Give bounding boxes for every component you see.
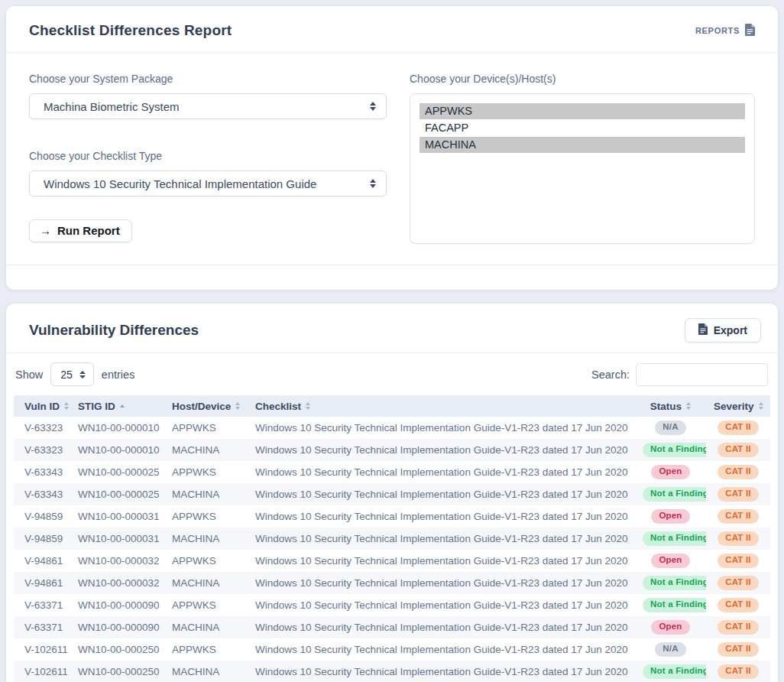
host-cell: APPWKS [164, 550, 248, 572]
table-row: V-63343WN10-00-000025APPWKSWindows 10 Se… [14, 461, 770, 483]
results-card: Vulnerability Differences Export Show 25… [6, 304, 778, 682]
status-badge: Not a Finding [643, 576, 706, 590]
reports-file-icon [745, 24, 755, 37]
severity-cell: CAT II [706, 483, 770, 505]
status-cell: Not a Finding [635, 528, 706, 550]
status-cell: N/A [635, 638, 706, 661]
page-length-control: Show 25 entries [15, 362, 134, 386]
arrow-right-icon: → [40, 224, 51, 237]
status-badge: Not a Finding [643, 531, 706, 546]
status-cell: Open [635, 505, 706, 528]
results-title: Vulnerability Differences [29, 322, 199, 339]
table-row: V-63323WN10-00-000010APPWKSWindows 10 Se… [14, 417, 770, 439]
checklist-cell: Windows 10 Security Technical Implementa… [248, 594, 635, 616]
severity-cell: CAT II [706, 417, 770, 439]
status-cell: Open [635, 550, 706, 572]
severity-badge: CAT II [718, 664, 759, 679]
column-header-severity[interactable]: Severity [706, 395, 770, 417]
column-label: Vuln ID [24, 401, 60, 412]
search-label: Search: [591, 369, 630, 381]
severity-badge: CAT II [718, 531, 759, 546]
severity-badge: CAT II [718, 421, 759, 435]
severity-badge: CAT II [718, 487, 759, 502]
severity-badge: CAT II [718, 642, 759, 657]
severity-badge: CAT II [718, 554, 759, 568]
status-cell: Not a Finding [635, 483, 706, 505]
host-cell: APPWKS [164, 638, 248, 661]
column-header-checklist[interactable]: Checklist [248, 395, 635, 417]
checklist-cell: Windows 10 Security Technical Implementa… [248, 505, 635, 528]
vuln-id-cell: V-63371 [14, 616, 70, 638]
vuln-id-cell: V-102611 [14, 661, 70, 682]
severity-cell: CAT II [706, 505, 770, 528]
device-listbox[interactable]: APPWKSFACAPPMACHINA [410, 93, 755, 244]
severity-cell: CAT II [706, 594, 770, 616]
sort-icon [306, 402, 310, 410]
severity-badge: CAT II [718, 509, 759, 524]
checklist-cell: Windows 10 Security Technical Implementa… [248, 483, 635, 505]
stig-id-cell: WN10-00-000010 [70, 417, 164, 439]
status-badge: Open [651, 509, 689, 524]
page-length-select[interactable]: 25 [50, 362, 94, 386]
export-button[interactable]: Export [685, 318, 761, 343]
stig-id-cell: WN10-00-000032 [70, 550, 164, 572]
device-option[interactable]: FACAPP [420, 120, 745, 136]
report-form-body: Choose your System Package Machina Biome… [6, 53, 778, 244]
host-cell: APPWKS [164, 417, 248, 439]
severity-cell: CAT II [706, 461, 770, 483]
report-card-header: Checklist Differences Report REPORTS [6, 6, 778, 53]
severity-cell: CAT II [706, 661, 770, 682]
stig-id-cell: WN10-00-000090 [70, 594, 164, 616]
reports-link[interactable]: REPORTS [695, 24, 755, 37]
page: Checklist Differences Report REPORTS Cho… [0, 0, 784, 682]
stig-id-cell: WN10-00-000025 [70, 483, 164, 505]
column-header-host-device[interactable]: Host/Device [164, 395, 248, 417]
status-badge: Open [651, 620, 689, 635]
status-badge: Not a Finding [643, 664, 706, 679]
checklist-cell: Windows 10 Security Technical Implementa… [248, 528, 635, 550]
run-report-button[interactable]: → Run Report [29, 219, 132, 242]
checklist-type-value: Windows 10 Security Technical Implementa… [44, 177, 316, 190]
devices-label: Choose your Device(s)/Host(s) [410, 73, 755, 85]
checklist-cell: Windows 10 Security Technical Implementa… [248, 550, 635, 572]
vuln-id-cell: V-94861 [14, 572, 70, 594]
column-header-status[interactable]: Status [635, 395, 706, 417]
severity-badge: CAT II [718, 598, 759, 612]
column-header-vuln-id[interactable]: Vuln ID [14, 395, 70, 417]
status-cell: Open [635, 461, 706, 483]
checklist-cell: Windows 10 Security Technical Implementa… [248, 572, 635, 594]
vuln-id-cell: V-102611 [14, 638, 70, 661]
severity-cell: CAT II [706, 616, 770, 638]
severity-badge: CAT II [718, 620, 759, 635]
column-label: STIG ID [78, 401, 115, 412]
status-badge: Open [651, 554, 689, 568]
stig-id-cell: WN10-00-000025 [70, 461, 164, 483]
checklist-type-select[interactable]: Windows 10 Security Technical Implementa… [29, 170, 387, 196]
sort-icon [120, 404, 125, 408]
checklist-cell: Windows 10 Security Technical Implementa… [248, 439, 635, 461]
search-control: Search: [591, 363, 768, 386]
host-cell: MACHINA [164, 616, 248, 638]
status-cell: N/A [635, 417, 706, 439]
vuln-id-cell: V-94861 [14, 550, 70, 572]
device-option[interactable]: APPWKS [420, 103, 745, 119]
table-row: V-63343WN10-00-000025MACHINAWindows 10 S… [14, 483, 770, 505]
device-option[interactable]: MACHINA [420, 137, 745, 153]
column-header-stig-id[interactable]: STIG ID [70, 395, 164, 417]
chevron-updown-icon [79, 371, 86, 378]
status-badge: Open [651, 465, 689, 479]
checklist-cell: Windows 10 Security Technical Implementa… [248, 616, 635, 638]
table-row: V-63371WN10-00-000090APPWKSWindows 10 Se… [14, 594, 770, 616]
page-title: Checklist Differences Report [29, 22, 232, 39]
system-package-select[interactable]: Machina Biometric System [29, 93, 387, 119]
status-cell: Not a Finding [635, 661, 706, 682]
search-input[interactable] [636, 363, 768, 386]
checklist-cell: Windows 10 Security Technical Implementa… [248, 461, 635, 483]
table-header-row: Vuln IDSTIG IDHost/DeviceChecklistStatus… [14, 395, 770, 417]
form-right-column: Choose your Device(s)/Host(s) APPWKSFACA… [410, 73, 755, 244]
vuln-id-cell: V-63323 [14, 439, 70, 461]
column-label: Checklist [255, 401, 301, 412]
status-cell: Not a Finding [635, 439, 706, 461]
page-length-value: 25 [60, 369, 73, 381]
status-badge: N/A [655, 642, 685, 657]
